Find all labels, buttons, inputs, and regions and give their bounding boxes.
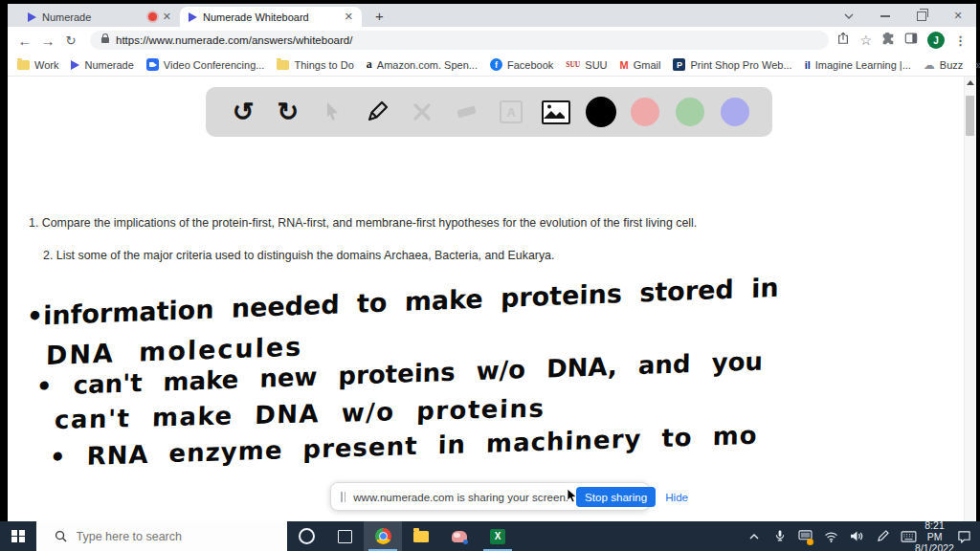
numerade-logo-icon [71, 60, 79, 70]
bookmark-video-conferencing[interactable]: Video Conferencing... [146, 58, 265, 71]
tab-title: Numerade [42, 11, 143, 23]
side-panel-icon[interactable] [904, 32, 918, 49]
minimize-button[interactable] [867, 10, 903, 21]
url-text[interactable]: https://www.numerade.com/answers/whitebo… [116, 34, 352, 46]
folder-icon [17, 60, 30, 70]
numerade-favicon-icon [189, 12, 197, 22]
pen-tray-icon[interactable] [870, 521, 896, 551]
image-tool-button[interactable] [540, 93, 572, 131]
toolbar-actions: ☆ J ⋮ [836, 32, 970, 49]
pen-color-purple[interactable] [719, 93, 751, 131]
imagine-learning-icon: il [805, 59, 811, 71]
print-shop-icon: P [673, 58, 685, 71]
bookmark-gmail[interactable]: MGmail [620, 59, 661, 71]
scroll-up-arrow-icon[interactable] [967, 80, 974, 85]
search-input[interactable] [75, 529, 270, 544]
tab-close-icon[interactable]: ✕ [163, 11, 171, 22]
screen-sharing-bar: www.numerade.com is sharing your screen.… [330, 482, 650, 511]
bookmark-facebook[interactable]: fFacebook [490, 58, 553, 71]
notification-dot-icon [807, 539, 813, 545]
taskbar-search[interactable] [36, 521, 287, 551]
video-camera-icon [146, 58, 159, 71]
window-controls: ✕ [831, 4, 976, 27]
pen-color-green[interactable] [674, 93, 706, 131]
bookmark-suu[interactable]: SUUSUU [566, 59, 607, 71]
volume-tray-icon[interactable] [844, 521, 870, 551]
taskbar-app-pink[interactable] [440, 521, 479, 551]
cursor-tool-button[interactable] [316, 93, 348, 131]
stop-sharing-button[interactable]: Stop sharing [576, 487, 656, 507]
bookmark-work[interactable]: Work [17, 59, 58, 71]
cortana-button[interactable] [287, 521, 325, 551]
secure-lock-icon[interactable] [101, 37, 109, 43]
profile-avatar[interactable]: J [927, 32, 945, 49]
gmail-icon: M [620, 59, 629, 71]
bookmarks-overflow-chevron[interactable]: » [975, 58, 980, 72]
start-button[interactable] [0, 521, 36, 551]
search-icon [55, 530, 67, 542]
bookmarks-bar: Work Numerade Video Conferencing... Thin… [8, 54, 976, 77]
whiteboard-toolbar: ↺ ↻ A [206, 87, 772, 137]
task-view-icon [338, 530, 352, 543]
close-button[interactable]: ✕ [940, 10, 976, 22]
tab-close-icon[interactable]: ✕ [345, 11, 353, 22]
pink-app-icon [452, 531, 467, 542]
bookmark-buzz[interactable]: ☁Buzz [924, 58, 963, 72]
tab-numerade[interactable]: Numerade ✕ [19, 7, 180, 27]
page-scrollbar[interactable] [964, 77, 975, 521]
pen-tool-button[interactable] [361, 93, 393, 131]
pen-color-black[interactable] [585, 93, 617, 131]
bookmark-amazon[interactable]: aAmazon.com. Spen... [367, 57, 478, 72]
facebook-icon: f [490, 58, 502, 71]
bookmark-star-icon[interactable]: ☆ [859, 33, 872, 48]
drag-grip-icon[interactable] [341, 492, 345, 502]
taskbar-file-explorer[interactable] [402, 521, 440, 551]
numerade-favicon-icon [28, 12, 36, 22]
reload-button[interactable]: ↻ [59, 33, 82, 48]
windows-logo-icon [11, 530, 25, 543]
share-icon[interactable] [836, 32, 850, 49]
tools-button[interactable] [406, 93, 438, 131]
address-bar[interactable]: https://www.numerade.com/answers/whitebo… [90, 31, 829, 50]
handwritten-note-line: •information needed to make proteins sto… [27, 273, 779, 331]
new-tab-button[interactable]: + [368, 8, 391, 24]
folder-icon [277, 60, 289, 70]
desktop-screen: Numerade ✕ Numerade Whiteboard ✕ + ✕ ← [0, 0, 980, 551]
browser-menu-icon[interactable]: ⋮ [954, 33, 967, 48]
text-tool-button[interactable]: A [495, 93, 527, 131]
bookmark-print-shop[interactable]: PPrint Shop Pro Web... [673, 58, 791, 71]
microphone-tray-icon[interactable] [767, 521, 792, 551]
hide-button[interactable]: Hide [665, 491, 688, 503]
pen-color-red[interactable] [629, 93, 661, 131]
whiteboard-canvas[interactable]: 1. Compare the implications of the prote… [8, 77, 976, 521]
action-center-button[interactable] [947, 521, 980, 551]
redo-button[interactable]: ↻ [272, 93, 304, 131]
taskbar-clock[interactable]: 8:21 PM 8/1/2022 [922, 521, 947, 551]
tab-search-chevron-icon[interactable] [831, 10, 867, 21]
tab-numerade-whiteboard[interactable]: Numerade Whiteboard ✕ [180, 7, 362, 27]
restore-button[interactable] [903, 10, 940, 21]
bookmark-imagine-learning[interactable]: ilImagine Learning |... [805, 59, 911, 71]
task-view-button[interactable] [325, 521, 364, 551]
eraser-tool-button[interactable] [451, 93, 483, 131]
forward-button[interactable]: → [36, 33, 59, 49]
system-tray: 8:21 PM 8/1/2022 [741, 521, 980, 551]
sharing-message: www.numerade.com is sharing your screen. [353, 491, 568, 503]
tab-title: Numerade Whiteboard [203, 11, 339, 23]
back-button[interactable]: ← [13, 33, 36, 49]
extensions-puzzle-icon[interactable] [881, 32, 895, 49]
tray-expand-button[interactable] [741, 521, 767, 551]
handwritten-note-line: can't make DNA w/o proteins [55, 393, 546, 434]
screen-share-tray-icon[interactable] [792, 521, 818, 551]
recording-indicator-icon [148, 12, 157, 21]
bookmark-numerade[interactable]: Numerade [71, 59, 133, 71]
amazon-icon: a [367, 57, 372, 72]
suu-icon: SUU [566, 60, 580, 69]
scrollbar-thumb[interactable] [966, 96, 974, 136]
chrome-icon [375, 528, 391, 544]
wifi-tray-icon[interactable] [818, 521, 844, 551]
taskbar-chrome[interactable] [364, 521, 402, 551]
taskbar-excel[interactable]: X [479, 521, 517, 551]
undo-button[interactable]: ↺ [227, 93, 259, 131]
bookmark-things-to-do[interactable]: Things to Do [277, 59, 353, 71]
